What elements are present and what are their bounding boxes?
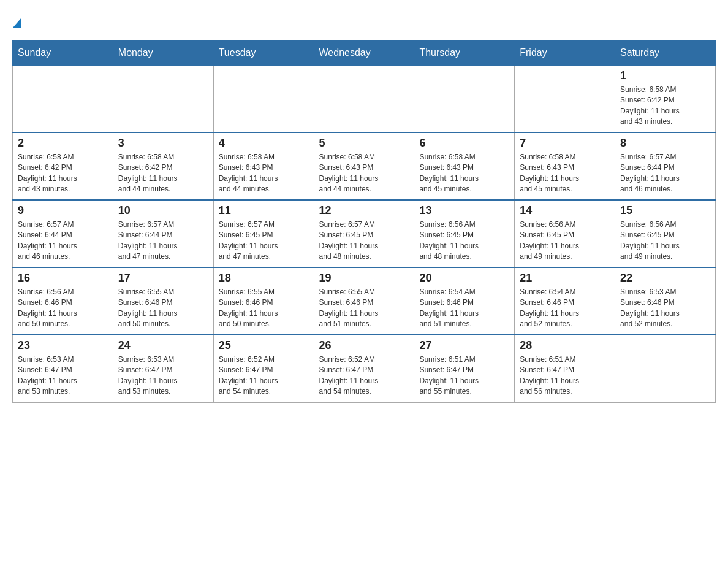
calendar-header-sunday: Sunday: [13, 41, 113, 66]
calendar-cell: 17Sunrise: 6:55 AM Sunset: 6:46 PM Dayli…: [113, 267, 213, 335]
calendar-cell: 6Sunrise: 6:58 AM Sunset: 6:43 PM Daylig…: [414, 132, 515, 200]
day-number: 13: [419, 204, 509, 217]
calendar-header-row: SundayMondayTuesdayWednesdayThursdayFrid…: [13, 41, 716, 66]
calendar-week-row: 1Sunrise: 6:58 AM Sunset: 6:42 PM Daylig…: [13, 65, 716, 132]
calendar-header-wednesday: Wednesday: [314, 41, 414, 66]
calendar-cell: 20Sunrise: 6:54 AM Sunset: 6:46 PM Dayli…: [414, 267, 515, 335]
calendar-header-tuesday: Tuesday: [213, 41, 314, 66]
calendar-week-row: 23Sunrise: 6:53 AM Sunset: 6:47 PM Dayli…: [13, 335, 716, 402]
calendar-cell: 27Sunrise: 6:51 AM Sunset: 6:47 PM Dayli…: [414, 335, 515, 402]
calendar-cell: 15Sunrise: 6:56 AM Sunset: 6:45 PM Dayli…: [615, 200, 716, 267]
day-number: 6: [419, 137, 509, 150]
calendar-cell: 3Sunrise: 6:58 AM Sunset: 6:42 PM Daylig…: [113, 132, 213, 200]
calendar-cell: 5Sunrise: 6:58 AM Sunset: 6:43 PM Daylig…: [314, 132, 414, 200]
calendar-cell: 4Sunrise: 6:58 AM Sunset: 6:43 PM Daylig…: [213, 132, 314, 200]
day-info: Sunrise: 6:54 AM Sunset: 6:46 PM Dayligh…: [419, 287, 509, 330]
day-info: Sunrise: 6:55 AM Sunset: 6:46 PM Dayligh…: [319, 287, 409, 330]
day-info: Sunrise: 6:57 AM Sunset: 6:44 PM Dayligh…: [18, 220, 108, 262]
day-info: Sunrise: 6:58 AM Sunset: 6:43 PM Dayligh…: [419, 152, 509, 195]
day-number: 28: [520, 339, 610, 352]
day-info: Sunrise: 6:52 AM Sunset: 6:47 PM Dayligh…: [319, 354, 409, 397]
logo: [12, 12, 21, 34]
day-info: Sunrise: 6:58 AM Sunset: 6:43 PM Dayligh…: [520, 152, 610, 195]
calendar-cell: 10Sunrise: 6:57 AM Sunset: 6:44 PM Dayli…: [113, 200, 213, 267]
calendar-table: SundayMondayTuesdayWednesdayThursdayFrid…: [12, 40, 716, 403]
calendar-cell: [314, 65, 414, 132]
calendar-cell: 18Sunrise: 6:55 AM Sunset: 6:46 PM Dayli…: [213, 267, 314, 335]
calendar-cell: [13, 65, 113, 132]
calendar-cell: 7Sunrise: 6:58 AM Sunset: 6:43 PM Daylig…: [515, 132, 615, 200]
calendar-cell: 21Sunrise: 6:54 AM Sunset: 6:46 PM Dayli…: [515, 267, 615, 335]
calendar-cell: 22Sunrise: 6:53 AM Sunset: 6:46 PM Dayli…: [615, 267, 716, 335]
day-info: Sunrise: 6:56 AM Sunset: 6:46 PM Dayligh…: [18, 287, 108, 330]
calendar-cell: 12Sunrise: 6:57 AM Sunset: 6:45 PM Dayli…: [314, 200, 414, 267]
day-info: Sunrise: 6:53 AM Sunset: 6:47 PM Dayligh…: [18, 354, 108, 397]
logo-triangle-icon: [13, 18, 21, 28]
calendar-cell: 25Sunrise: 6:52 AM Sunset: 6:47 PM Dayli…: [213, 335, 314, 402]
day-number: 24: [118, 339, 208, 352]
day-number: 3: [118, 137, 208, 150]
day-info: Sunrise: 6:55 AM Sunset: 6:46 PM Dayligh…: [118, 287, 208, 330]
calendar-cell: 14Sunrise: 6:56 AM Sunset: 6:45 PM Dayli…: [515, 200, 615, 267]
day-info: Sunrise: 6:53 AM Sunset: 6:47 PM Dayligh…: [118, 354, 208, 397]
day-number: 27: [419, 339, 509, 352]
day-number: 5: [319, 137, 409, 150]
day-info: Sunrise: 6:58 AM Sunset: 6:43 PM Dayligh…: [219, 152, 309, 195]
day-number: 26: [319, 339, 409, 352]
day-number: 16: [18, 272, 108, 285]
calendar-week-row: 9Sunrise: 6:57 AM Sunset: 6:44 PM Daylig…: [13, 200, 716, 267]
day-number: 11: [219, 204, 309, 217]
calendar-cell: [414, 65, 515, 132]
calendar-cell: 8Sunrise: 6:57 AM Sunset: 6:44 PM Daylig…: [615, 132, 716, 200]
day-number: 18: [219, 272, 309, 285]
day-info: Sunrise: 6:57 AM Sunset: 6:44 PM Dayligh…: [620, 152, 710, 195]
day-info: Sunrise: 6:58 AM Sunset: 6:42 PM Dayligh…: [18, 152, 108, 195]
calendar-week-row: 16Sunrise: 6:56 AM Sunset: 6:46 PM Dayli…: [13, 267, 716, 335]
day-info: Sunrise: 6:58 AM Sunset: 6:43 PM Dayligh…: [319, 152, 409, 195]
day-info: Sunrise: 6:56 AM Sunset: 6:45 PM Dayligh…: [620, 220, 710, 262]
calendar-header-friday: Friday: [515, 41, 615, 66]
day-number: 12: [319, 204, 409, 217]
day-number: 20: [419, 272, 509, 285]
day-number: 22: [620, 272, 710, 285]
calendar-cell: 11Sunrise: 6:57 AM Sunset: 6:45 PM Dayli…: [213, 200, 314, 267]
day-number: 2: [18, 137, 108, 150]
day-number: 9: [18, 204, 108, 217]
day-number: 21: [520, 272, 610, 285]
day-info: Sunrise: 6:56 AM Sunset: 6:45 PM Dayligh…: [419, 220, 509, 262]
page-header: [12, 12, 716, 34]
day-number: 15: [620, 204, 710, 217]
day-number: 1: [620, 69, 710, 82]
day-number: 19: [319, 272, 409, 285]
day-info: Sunrise: 6:58 AM Sunset: 6:42 PM Dayligh…: [118, 152, 208, 195]
calendar-cell: 23Sunrise: 6:53 AM Sunset: 6:47 PM Dayli…: [13, 335, 113, 402]
calendar-cell: [515, 65, 615, 132]
day-number: 23: [18, 339, 108, 352]
calendar-cell: 9Sunrise: 6:57 AM Sunset: 6:44 PM Daylig…: [13, 200, 113, 267]
day-number: 4: [219, 137, 309, 150]
day-number: 7: [520, 137, 610, 150]
day-number: 25: [219, 339, 309, 352]
day-info: Sunrise: 6:52 AM Sunset: 6:47 PM Dayligh…: [219, 354, 309, 397]
day-number: 17: [118, 272, 208, 285]
calendar-cell: [615, 335, 716, 402]
calendar-cell: 2Sunrise: 6:58 AM Sunset: 6:42 PM Daylig…: [13, 132, 113, 200]
calendar-week-row: 2Sunrise: 6:58 AM Sunset: 6:42 PM Daylig…: [13, 132, 716, 200]
calendar-cell: 28Sunrise: 6:51 AM Sunset: 6:47 PM Dayli…: [515, 335, 615, 402]
calendar-header-thursday: Thursday: [414, 41, 515, 66]
day-info: Sunrise: 6:57 AM Sunset: 6:45 PM Dayligh…: [319, 220, 409, 262]
day-info: Sunrise: 6:58 AM Sunset: 6:42 PM Dayligh…: [620, 85, 710, 128]
day-info: Sunrise: 6:56 AM Sunset: 6:45 PM Dayligh…: [520, 220, 610, 262]
calendar-cell: 26Sunrise: 6:52 AM Sunset: 6:47 PM Dayli…: [314, 335, 414, 402]
day-number: 10: [118, 204, 208, 217]
calendar-cell: [113, 65, 213, 132]
day-info: Sunrise: 6:57 AM Sunset: 6:45 PM Dayligh…: [219, 220, 309, 262]
day-number: 8: [620, 137, 710, 150]
calendar-cell: 24Sunrise: 6:53 AM Sunset: 6:47 PM Dayli…: [113, 335, 213, 402]
calendar-header-saturday: Saturday: [615, 41, 716, 66]
calendar-cell: 13Sunrise: 6:56 AM Sunset: 6:45 PM Dayli…: [414, 200, 515, 267]
calendar-header-monday: Monday: [113, 41, 213, 66]
calendar-cell: [213, 65, 314, 132]
day-info: Sunrise: 6:53 AM Sunset: 6:46 PM Dayligh…: [620, 287, 710, 330]
day-info: Sunrise: 6:51 AM Sunset: 6:47 PM Dayligh…: [520, 354, 610, 397]
